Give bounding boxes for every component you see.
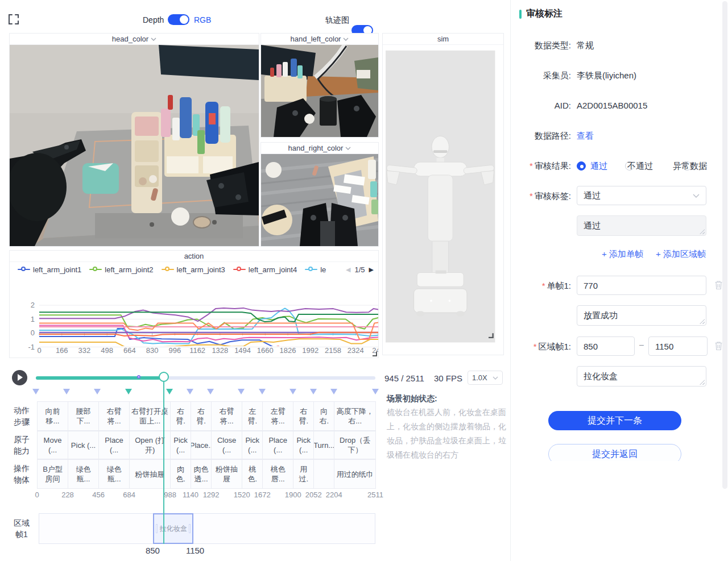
- step-marker[interactable]: [187, 389, 193, 394]
- timeline-cell: 右臂.: [293, 401, 314, 431]
- resize-handle-icon[interactable]: [371, 351, 377, 356]
- range-dash: –: [639, 340, 644, 349]
- step-marker[interactable]: [289, 389, 296, 394]
- delete-single-frame-icon[interactable]: [714, 280, 723, 290]
- timeline-cell: 右臂将...: [211, 401, 242, 431]
- fullscreen-icon[interactable]: [8, 14, 19, 25]
- depth-rgb-toggle[interactable]: [168, 14, 189, 25]
- panel-title-text: 审核标注: [526, 8, 562, 20]
- svg-text:2: 2: [31, 301, 35, 309]
- scrollbar[interactable]: [722, 1, 727, 489]
- svg-text:2324: 2324: [348, 346, 364, 355]
- timeline-cell: Pick (...: [242, 431, 263, 459]
- step-marker[interactable]: [63, 389, 70, 394]
- submit-back-button[interactable]: 提交并返回: [548, 444, 681, 461]
- svg-text:996: 996: [169, 346, 181, 355]
- region-left-handle[interactable]: [156, 524, 158, 533]
- timeline-cell: Turn...: [313, 431, 334, 459]
- timeline-cell: 桃色.: [242, 459, 263, 489]
- add-single-frame-link[interactable]: + 添加单帧: [602, 249, 643, 260]
- timeline-cell: 向右.: [313, 401, 334, 431]
- step-marker[interactable]: [259, 389, 266, 394]
- legend-item[interactable]: left_arm_joint3: [162, 265, 225, 274]
- slider-fill: [36, 376, 164, 380]
- timeline-cell: Pick (...: [293, 431, 314, 459]
- svg-text:166: 166: [56, 346, 68, 355]
- step-marker[interactable]: [330, 389, 337, 394]
- step-marker[interactable]: [166, 389, 173, 394]
- timeline-slider[interactable]: [36, 376, 375, 380]
- data-path-link[interactable]: 查看: [577, 131, 594, 142]
- delete-region-frame-icon[interactable]: [714, 341, 723, 351]
- legend-page-label: 1/5: [354, 265, 365, 274]
- step-marker[interactable]: [207, 389, 214, 394]
- review-tag-note[interactable]: 通过: [577, 215, 706, 236]
- legend-item[interactable]: left_arm_joint2: [89, 265, 153, 274]
- timeline-cell: Pick (...: [170, 431, 191, 459]
- radio-pass-label[interactable]: 通过: [590, 161, 607, 172]
- step-marker[interactable]: [310, 389, 317, 394]
- legend-prev-icon[interactable]: ◀: [346, 266, 350, 273]
- scale-tick-label: 2511: [367, 491, 383, 499]
- region-highlight[interactable]: 拉化妆盒: [153, 513, 193, 544]
- play-button[interactable]: [12, 370, 27, 385]
- hand-right-camera-panel: hand_right_color: [260, 142, 379, 247]
- single-frame-note[interactable]: 放置成功: [577, 305, 706, 326]
- panel-title: 审核标注: [519, 8, 562, 20]
- frame-counter: 945 / 2511: [384, 373, 424, 383]
- hand-right-camera-dropdown[interactable]: hand_right_color: [261, 143, 378, 154]
- timeline-cell: 腰部下...: [68, 401, 99, 431]
- slider-handle[interactable]: [159, 372, 169, 382]
- required-asterisk: *: [542, 281, 545, 290]
- radio-abnormal-label[interactable]: 异常数据: [673, 161, 707, 172]
- legend-item[interactable]: le: [305, 265, 326, 274]
- field-value: 常规: [577, 40, 594, 51]
- svg-text:0: 0: [37, 346, 41, 355]
- review-panel: 审核标注 数据类型: 常规 采集员: 李轶晨(liyichen) AID: A2…: [510, 0, 728, 561]
- timeline-cell: 桃色唇...: [262, 459, 293, 489]
- region-row-label: 区域帧1: [13, 517, 31, 540]
- region-start-input[interactable]: 850: [577, 336, 635, 356]
- step-marker[interactable]: [238, 389, 245, 394]
- hand-right-camera-label: hand_right_color: [288, 144, 344, 152]
- single-frame-input[interactable]: 770: [577, 276, 706, 295]
- chevron-down-icon: [693, 194, 700, 198]
- svg-text:1992: 1992: [302, 346, 318, 355]
- step-marker[interactable]: [32, 389, 39, 394]
- radio-fail-label[interactable]: 不通过: [627, 161, 653, 172]
- region-frame-note[interactable]: 拉化妆盒: [577, 366, 706, 387]
- timeline-cell: 用过的纸巾: [334, 459, 376, 489]
- legend-item[interactable]: left_arm_joint1: [18, 265, 81, 274]
- svg-text:1328: 1328: [212, 346, 228, 355]
- svg-text:1162: 1162: [189, 346, 205, 355]
- timeline-cell: 右臂将...: [98, 401, 130, 431]
- region-right-handle[interactable]: [189, 524, 191, 533]
- sim-robot-viewport[interactable]: [383, 45, 503, 355]
- field-value: A2D0015AB00015: [577, 101, 647, 110]
- step-marker[interactable]: [372, 389, 379, 394]
- svg-text:332: 332: [78, 346, 91, 355]
- legend-item[interactable]: left_arm_joint4: [233, 265, 297, 274]
- submit-back-wrapper: 提交并返回: [548, 444, 681, 461]
- svg-text:1826: 1826: [280, 346, 296, 355]
- svg-text:0: 0: [31, 329, 35, 337]
- radio-pass[interactable]: [577, 161, 586, 171]
- speed-select[interactable]: 1.0X: [468, 371, 503, 385]
- title-accent-bar: [519, 10, 522, 19]
- legend-next-icon[interactable]: ▶: [369, 266, 374, 273]
- hand-left-camera-dropdown[interactable]: hand_left_color: [261, 34, 378, 45]
- row-label: 操作物体: [13, 463, 31, 485]
- timeline-cell: Pick (...: [68, 431, 99, 459]
- submit-next-button[interactable]: 提交并下一条: [548, 411, 681, 430]
- head-camera-dropdown[interactable]: head_color: [10, 34, 259, 45]
- review-tag-select[interactable]: 通过: [577, 186, 706, 205]
- resize-grip-icon: [700, 380, 705, 385]
- region-end-input[interactable]: 1150: [648, 336, 708, 356]
- add-region-frame-link[interactable]: + 添加区域帧: [656, 249, 706, 260]
- region-track[interactable]: 拉化妆盒: [39, 513, 375, 544]
- step-marker[interactable]: [94, 389, 101, 394]
- region-frame-label: *区域帧1:: [521, 342, 571, 352]
- legend-marker-icon: [18, 267, 30, 272]
- step-marker[interactable]: [125, 389, 132, 394]
- review-result-label: *审核结果:: [521, 161, 571, 172]
